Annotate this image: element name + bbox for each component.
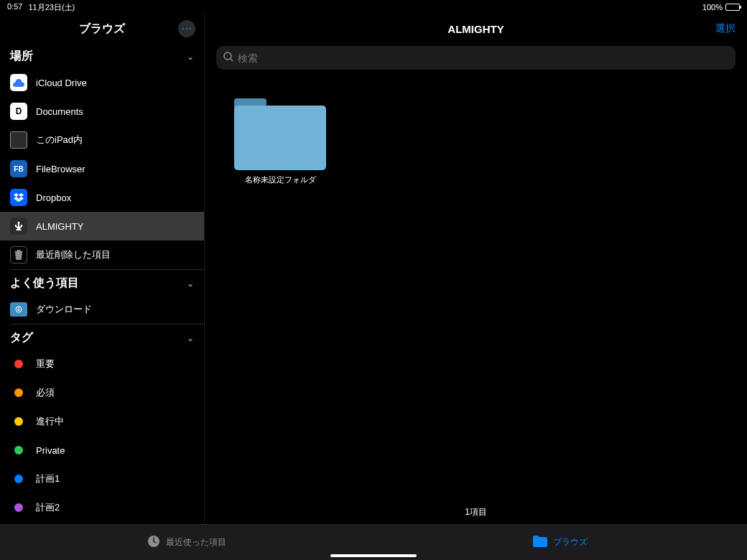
search-icon	[223, 52, 233, 64]
chevron-down-icon: ⌄	[187, 333, 194, 343]
svg-point-1	[224, 52, 231, 60]
sidebar-item-label: ALMIGHTY	[36, 221, 83, 232]
chevron-down-icon: ⌄	[187, 279, 194, 289]
section-header-tags[interactable]: タグ ⌄	[0, 325, 204, 350]
status-time: 0:57	[7, 2, 22, 13]
sidebar-item-label: 進行中	[36, 415, 64, 428]
svg-line-2	[231, 59, 233, 61]
ellipsis-icon: ⋯	[182, 23, 192, 34]
tab-label: ブラウズ	[553, 536, 588, 549]
sidebar-tag-plan1[interactable]: 計画1	[0, 465, 204, 493]
tag-dot-icon	[14, 388, 23, 397]
main-title: ALMIGHTY	[447, 23, 504, 35]
sidebar-item-label: 重要	[36, 358, 55, 370]
sidebar-item-icloud[interactable]: iCloud Drive	[0, 68, 204, 97]
filebrowser-icon: FB	[10, 160, 27, 177]
tab-recent[interactable]: 最近使った項目	[0, 525, 374, 560]
dropbox-icon	[10, 189, 27, 206]
tag-dot-icon	[14, 475, 23, 483]
sidebar-item-almighty[interactable]: ALMIGHTY	[0, 212, 204, 241]
sidebar-tag-important[interactable]: 重要	[0, 350, 204, 378]
sidebar-item-downloads[interactable]: ダウンロード	[0, 295, 204, 324]
file-grid[interactable]: 名称未設定フォルダ	[205, 77, 747, 500]
ipad-icon	[10, 131, 27, 149]
sidebar-item-label: このiPad内	[36, 134, 83, 146]
tag-dot-icon	[14, 503, 23, 512]
tag-dot-icon	[14, 360, 23, 368]
downloads-icon	[10, 302, 27, 317]
select-button[interactable]: 選択	[715, 22, 736, 35]
sidebar-item-label: 最近削除した項目	[36, 248, 111, 261]
trash-icon	[10, 246, 27, 263]
section-header-favorites[interactable]: よく使う項目 ⌄	[0, 270, 204, 295]
more-button[interactable]: ⋯	[178, 20, 195, 37]
battery-icon	[725, 4, 740, 11]
favorites-label: よく使う項目	[10, 276, 79, 291]
sidebar-tag-required[interactable]: 必須	[0, 378, 204, 407]
sidebar-item-label: Dropbox	[36, 192, 71, 203]
tab-browse[interactable]: ブラウズ	[374, 525, 747, 560]
sidebar-item-label: 計画2	[36, 501, 60, 514]
search-input[interactable]	[238, 52, 728, 64]
status-date: 11月23日(土)	[28, 2, 75, 13]
sidebar-item-documents[interactable]: D Documents	[0, 97, 204, 126]
status-bar: 0:57 11月23日(土) 100%	[0, 0, 747, 14]
battery-percent: 100%	[702, 3, 723, 11]
sidebar-item-label: Private	[36, 445, 65, 456]
main-content: ALMIGHTY 選択 名称未設定フォルダ 1項目	[205, 14, 747, 524]
sidebar-item-label: FileBrowser	[36, 164, 85, 174]
sidebar-item-label: 計画1	[36, 472, 60, 485]
sidebar-item-label: 必須	[36, 386, 55, 399]
sidebar-tag-private[interactable]: Private	[0, 436, 204, 465]
sidebar-item-ipad[interactable]: このiPad内	[0, 126, 204, 154]
folder-icon	[533, 536, 547, 549]
folder-label: 名称未設定フォルダ	[245, 174, 316, 185]
sidebar-item-label: iCloud Drive	[36, 78, 87, 88]
documents-icon: D	[10, 103, 27, 120]
section-header-locations[interactable]: 場所 ⌄	[0, 43, 204, 68]
sidebar-item-trash[interactable]: 最近削除した項目	[0, 241, 204, 269]
folder-item[interactable]: 名称未設定フォルダ	[233, 98, 327, 185]
sidebar-item-label: Documents	[36, 106, 83, 117]
sidebar: ブラウズ ⋯ 場所 ⌄ iCloud Drive D Documents このi…	[0, 14, 205, 524]
locations-label: 場所	[10, 49, 33, 64]
home-indicator[interactable]	[330, 554, 417, 557]
search-field[interactable]	[216, 46, 736, 70]
item-count: 1項目	[205, 500, 747, 524]
sidebar-tag-inprogress[interactable]: 進行中	[0, 407, 204, 436]
sidebar-title: ブラウズ	[79, 22, 125, 37]
clock-icon	[147, 535, 160, 550]
tab-label: 最近使った項目	[166, 536, 226, 549]
folder-icon	[234, 98, 326, 170]
tags-label: タグ	[10, 330, 33, 345]
sidebar-tag-plan2[interactable]: 計画2	[0, 493, 204, 522]
icloud-icon	[10, 74, 27, 91]
usb-icon	[10, 218, 27, 235]
tag-dot-icon	[14, 417, 23, 426]
sidebar-item-filebrowser[interactable]: FB FileBrowser	[0, 154, 204, 183]
tag-dot-icon	[14, 446, 23, 454]
bottom-tab-bar: 最近使った項目 ブラウズ	[0, 524, 747, 560]
sidebar-item-label: ダウンロード	[36, 303, 92, 316]
sidebar-item-dropbox[interactable]: Dropbox	[0, 183, 204, 212]
chevron-down-icon: ⌄	[187, 52, 194, 62]
